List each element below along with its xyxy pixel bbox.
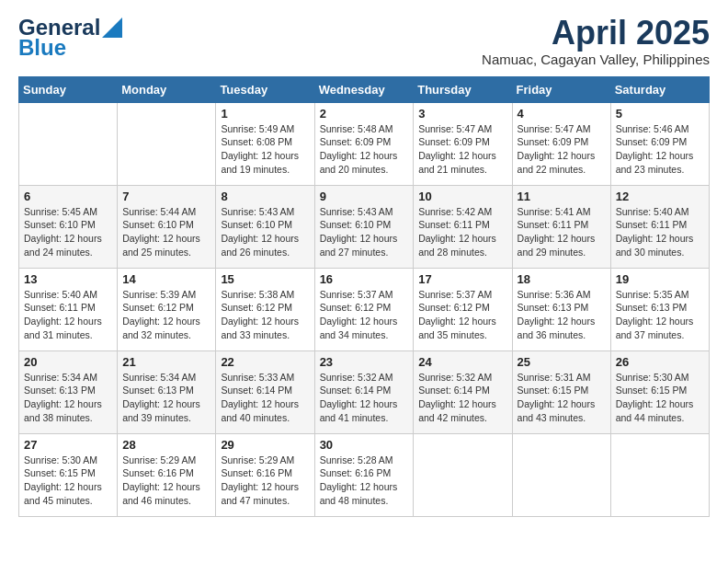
day-info: Sunrise: 5:48 AM Sunset: 6:09 PM Dayligh… [320,122,409,177]
calendar-table: SundayMondayTuesdayWednesdayThursdayFrid… [18,76,710,517]
calendar-cell: 5Sunrise: 5:46 AM Sunset: 6:09 PM Daylig… [610,102,709,185]
day-info: Sunrise: 5:34 AM Sunset: 6:13 PM Dayligh… [24,371,112,425]
calendar-cell: 30Sunrise: 5:28 AM Sunset: 6:16 PM Dayli… [314,433,414,516]
day-info: Sunrise: 5:29 AM Sunset: 6:16 PM Dayligh… [221,454,309,508]
day-info: Sunrise: 5:47 AM Sunset: 6:09 PM Dayligh… [418,122,506,177]
day-number: 27 [24,438,112,452]
day-number: 24 [418,355,506,369]
calendar-cell: 12Sunrise: 5:40 AM Sunset: 6:11 PM Dayli… [610,185,709,268]
day-info: Sunrise: 5:47 AM Sunset: 6:09 PM Dayligh… [518,122,606,177]
calendar-cell [610,433,709,516]
calendar-cell: 15Sunrise: 5:38 AM Sunset: 6:12 PM Dayli… [216,268,314,350]
calendar-cell: 3Sunrise: 5:47 AM Sunset: 6:09 PM Daylig… [414,102,512,185]
calendar-header-thursday: Thursday [414,76,512,102]
day-number: 2 [320,107,409,121]
day-number: 28 [122,438,210,452]
calendar-header-tuesday: Tuesday [216,76,314,102]
calendar-header-monday: Monday [118,76,216,102]
calendar-cell: 11Sunrise: 5:41 AM Sunset: 6:11 PM Dayli… [512,185,610,268]
day-info: Sunrise: 5:33 AM Sunset: 6:14 PM Dayligh… [221,371,309,425]
day-info: Sunrise: 5:40 AM Sunset: 6:11 PM Dayligh… [24,288,112,342]
calendar-cell: 26Sunrise: 5:30 AM Sunset: 6:15 PM Dayli… [610,350,709,433]
day-number: 16 [320,272,409,286]
calendar-cell: 14Sunrise: 5:39 AM Sunset: 6:12 PM Dayli… [118,268,216,350]
day-number: 4 [518,107,606,121]
logo-general: General [18,15,100,40]
calendar-cell: 29Sunrise: 5:29 AM Sunset: 6:16 PM Dayli… [216,433,314,516]
day-number: 23 [320,355,409,369]
day-info: Sunrise: 5:38 AM Sunset: 6:12 PM Dayligh… [221,288,309,342]
calendar-cell: 19Sunrise: 5:35 AM Sunset: 6:13 PM Dayli… [610,268,709,350]
calendar-cell: 4Sunrise: 5:47 AM Sunset: 6:09 PM Daylig… [512,102,610,185]
day-number: 5 [616,107,704,121]
calendar-week-row: 13Sunrise: 5:40 AM Sunset: 6:11 PM Dayli… [19,268,710,350]
day-number: 10 [418,190,506,203]
calendar-cell: 10Sunrise: 5:42 AM Sunset: 6:11 PM Dayli… [414,185,512,268]
calendar-cell [19,102,118,185]
day-number: 26 [616,355,704,369]
day-info: Sunrise: 5:36 AM Sunset: 6:13 PM Dayligh… [518,288,606,342]
day-info: Sunrise: 5:28 AM Sunset: 6:16 PM Dayligh… [320,454,409,508]
month-title: April 2025 [482,15,710,52]
day-number: 14 [122,272,210,286]
day-info: Sunrise: 5:46 AM Sunset: 6:09 PM Dayligh… [616,122,704,177]
calendar-cell: 13Sunrise: 5:40 AM Sunset: 6:11 PM Dayli… [19,268,118,350]
day-number: 8 [221,190,309,203]
calendar-header-saturday: Saturday [610,76,709,102]
day-number: 6 [24,190,112,203]
calendar-cell [118,102,216,185]
day-number: 13 [24,272,112,286]
day-info: Sunrise: 5:43 AM Sunset: 6:10 PM Dayligh… [221,205,309,259]
calendar-cell [512,433,610,516]
calendar-cell: 17Sunrise: 5:37 AM Sunset: 6:12 PM Dayli… [414,268,512,350]
day-number: 25 [518,355,606,369]
location: Namuac, Cagayan Valley, Philippines [482,52,710,67]
calendar-header-sunday: Sunday [19,76,118,102]
calendar-cell: 23Sunrise: 5:32 AM Sunset: 6:14 PM Dayli… [314,350,414,433]
calendar-week-row: 20Sunrise: 5:34 AM Sunset: 6:13 PM Dayli… [19,350,710,433]
day-info: Sunrise: 5:30 AM Sunset: 6:15 PM Dayligh… [24,454,112,508]
day-info: Sunrise: 5:35 AM Sunset: 6:13 PM Dayligh… [616,288,704,342]
day-info: Sunrise: 5:31 AM Sunset: 6:15 PM Dayligh… [518,371,606,425]
day-info: Sunrise: 5:45 AM Sunset: 6:10 PM Dayligh… [24,205,112,259]
day-number: 18 [518,272,606,286]
calendar-cell: 20Sunrise: 5:34 AM Sunset: 6:13 PM Dayli… [19,350,118,433]
day-info: Sunrise: 5:44 AM Sunset: 6:10 PM Dayligh… [122,205,210,259]
day-info: Sunrise: 5:40 AM Sunset: 6:11 PM Dayligh… [616,205,704,259]
day-info: Sunrise: 5:30 AM Sunset: 6:15 PM Dayligh… [616,371,704,425]
day-number: 15 [221,272,309,286]
day-info: Sunrise: 5:49 AM Sunset: 6:08 PM Dayligh… [221,122,309,177]
day-number: 1 [221,107,309,121]
calendar-cell: 28Sunrise: 5:29 AM Sunset: 6:16 PM Dayli… [118,433,216,516]
day-number: 9 [320,190,409,203]
day-number: 11 [518,190,606,203]
calendar-cell [414,433,512,516]
calendar-header-row: SundayMondayTuesdayWednesdayThursdayFrid… [19,76,710,102]
calendar-cell: 18Sunrise: 5:36 AM Sunset: 6:13 PM Dayli… [512,268,610,350]
calendar-week-row: 1Sunrise: 5:49 AM Sunset: 6:08 PM Daylig… [19,102,710,185]
svg-marker-0 [102,17,122,38]
calendar-cell: 7Sunrise: 5:44 AM Sunset: 6:10 PM Daylig… [118,185,216,268]
day-number: 7 [122,190,210,203]
day-number: 19 [616,272,704,286]
calendar-cell: 8Sunrise: 5:43 AM Sunset: 6:10 PM Daylig… [216,185,314,268]
day-number: 12 [616,190,704,203]
day-info: Sunrise: 5:42 AM Sunset: 6:11 PM Dayligh… [418,205,506,259]
calendar-cell: 1Sunrise: 5:49 AM Sunset: 6:08 PM Daylig… [216,102,314,185]
logo-icon [102,17,122,38]
calendar-cell: 27Sunrise: 5:30 AM Sunset: 6:15 PM Dayli… [19,433,118,516]
calendar-week-row: 6Sunrise: 5:45 AM Sunset: 6:10 PM Daylig… [19,185,710,268]
day-info: Sunrise: 5:32 AM Sunset: 6:14 PM Dayligh… [320,371,409,425]
day-number: 3 [418,107,506,121]
day-info: Sunrise: 5:37 AM Sunset: 6:12 PM Dayligh… [418,288,506,342]
calendar-header-wednesday: Wednesday [314,76,414,102]
header: General Blue April 2025 Namuac, Cagayan … [18,15,710,67]
day-info: Sunrise: 5:29 AM Sunset: 6:16 PM Dayligh… [122,454,210,508]
day-info: Sunrise: 5:41 AM Sunset: 6:11 PM Dayligh… [518,205,606,259]
title-area: April 2025 Namuac, Cagayan Valley, Phili… [482,15,710,67]
calendar-cell: 2Sunrise: 5:48 AM Sunset: 6:09 PM Daylig… [314,102,414,185]
calendar-cell: 24Sunrise: 5:32 AM Sunset: 6:14 PM Dayli… [414,350,512,433]
logo: General Blue [18,15,122,61]
calendar-cell: 16Sunrise: 5:37 AM Sunset: 6:12 PM Dayli… [314,268,414,350]
day-number: 29 [221,438,309,452]
